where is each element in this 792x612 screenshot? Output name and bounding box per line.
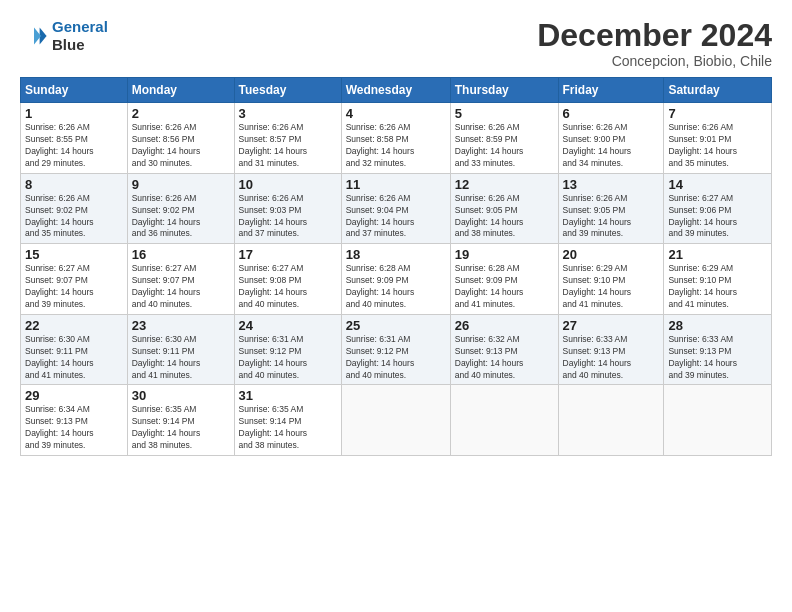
day-info: Sunrise: 6:30 AM Sunset: 9:11 PM Dayligh… [132, 334, 230, 382]
calendar-cell: 24Sunrise: 6:31 AM Sunset: 9:12 PM Dayli… [234, 314, 341, 385]
day-info: Sunrise: 6:26 AM Sunset: 8:55 PM Dayligh… [25, 122, 123, 170]
calendar-cell: 14Sunrise: 6:27 AM Sunset: 9:06 PM Dayli… [664, 173, 772, 244]
calendar-cell: 20Sunrise: 6:29 AM Sunset: 9:10 PM Dayli… [558, 244, 664, 315]
calendar-cell [664, 385, 772, 456]
day-info: Sunrise: 6:26 AM Sunset: 9:05 PM Dayligh… [563, 193, 660, 241]
calendar-cell: 29Sunrise: 6:34 AM Sunset: 9:13 PM Dayli… [21, 385, 128, 456]
day-number: 15 [25, 247, 123, 262]
day-number: 20 [563, 247, 660, 262]
calendar-cell: 1Sunrise: 6:26 AM Sunset: 8:55 PM Daylig… [21, 103, 128, 174]
calendar-cell: 23Sunrise: 6:30 AM Sunset: 9:11 PM Dayli… [127, 314, 234, 385]
calendar-table: SundayMondayTuesdayWednesdayThursdayFrid… [20, 77, 772, 456]
day-number: 12 [455, 177, 554, 192]
weekday-header-thursday: Thursday [450, 78, 558, 103]
calendar-cell: 6Sunrise: 6:26 AM Sunset: 9:00 PM Daylig… [558, 103, 664, 174]
weekday-header-monday: Monday [127, 78, 234, 103]
day-info: Sunrise: 6:27 AM Sunset: 9:07 PM Dayligh… [132, 263, 230, 311]
calendar-header-row: SundayMondayTuesdayWednesdayThursdayFrid… [21, 78, 772, 103]
header: General Blue December 2024 Concepcion, B… [20, 18, 772, 69]
page: General Blue December 2024 Concepcion, B… [0, 0, 792, 612]
day-info: Sunrise: 6:26 AM Sunset: 9:00 PM Dayligh… [563, 122, 660, 170]
calendar-cell: 17Sunrise: 6:27 AM Sunset: 9:08 PM Dayli… [234, 244, 341, 315]
day-info: Sunrise: 6:26 AM Sunset: 9:04 PM Dayligh… [346, 193, 446, 241]
calendar-week-2: 8Sunrise: 6:26 AM Sunset: 9:02 PM Daylig… [21, 173, 772, 244]
day-info: Sunrise: 6:27 AM Sunset: 9:08 PM Dayligh… [239, 263, 337, 311]
calendar-cell: 15Sunrise: 6:27 AM Sunset: 9:07 PM Dayli… [21, 244, 128, 315]
day-number: 28 [668, 318, 767, 333]
day-number: 25 [346, 318, 446, 333]
day-info: Sunrise: 6:26 AM Sunset: 8:57 PM Dayligh… [239, 122, 337, 170]
calendar-cell: 27Sunrise: 6:33 AM Sunset: 9:13 PM Dayli… [558, 314, 664, 385]
day-number: 2 [132, 106, 230, 121]
day-number: 31 [239, 388, 337, 403]
day-number: 30 [132, 388, 230, 403]
calendar-cell: 2Sunrise: 6:26 AM Sunset: 8:56 PM Daylig… [127, 103, 234, 174]
calendar-cell [558, 385, 664, 456]
day-info: Sunrise: 6:26 AM Sunset: 9:02 PM Dayligh… [25, 193, 123, 241]
calendar-cell: 21Sunrise: 6:29 AM Sunset: 9:10 PM Dayli… [664, 244, 772, 315]
calendar-cell: 3Sunrise: 6:26 AM Sunset: 8:57 PM Daylig… [234, 103, 341, 174]
calendar-cell: 9Sunrise: 6:26 AM Sunset: 9:02 PM Daylig… [127, 173, 234, 244]
calendar-cell: 22Sunrise: 6:30 AM Sunset: 9:11 PM Dayli… [21, 314, 128, 385]
logo: General Blue [20, 18, 108, 54]
calendar-cell: 10Sunrise: 6:26 AM Sunset: 9:03 PM Dayli… [234, 173, 341, 244]
calendar-week-1: 1Sunrise: 6:26 AM Sunset: 8:55 PM Daylig… [21, 103, 772, 174]
logo-icon [20, 22, 48, 50]
calendar-cell: 8Sunrise: 6:26 AM Sunset: 9:02 PM Daylig… [21, 173, 128, 244]
day-number: 3 [239, 106, 337, 121]
day-number: 6 [563, 106, 660, 121]
day-number: 8 [25, 177, 123, 192]
day-number: 11 [346, 177, 446, 192]
weekday-header-tuesday: Tuesday [234, 78, 341, 103]
day-number: 26 [455, 318, 554, 333]
day-info: Sunrise: 6:26 AM Sunset: 8:59 PM Dayligh… [455, 122, 554, 170]
calendar-cell: 25Sunrise: 6:31 AM Sunset: 9:12 PM Dayli… [341, 314, 450, 385]
calendar-cell: 12Sunrise: 6:26 AM Sunset: 9:05 PM Dayli… [450, 173, 558, 244]
day-number: 27 [563, 318, 660, 333]
day-info: Sunrise: 6:31 AM Sunset: 9:12 PM Dayligh… [346, 334, 446, 382]
location-subtitle: Concepcion, Biobio, Chile [537, 53, 772, 69]
day-info: Sunrise: 6:26 AM Sunset: 9:03 PM Dayligh… [239, 193, 337, 241]
calendar-week-4: 22Sunrise: 6:30 AM Sunset: 9:11 PM Dayli… [21, 314, 772, 385]
day-number: 10 [239, 177, 337, 192]
day-info: Sunrise: 6:28 AM Sunset: 9:09 PM Dayligh… [346, 263, 446, 311]
day-number: 24 [239, 318, 337, 333]
day-info: Sunrise: 6:28 AM Sunset: 9:09 PM Dayligh… [455, 263, 554, 311]
calendar-cell: 18Sunrise: 6:28 AM Sunset: 9:09 PM Dayli… [341, 244, 450, 315]
calendar-cell [450, 385, 558, 456]
day-number: 18 [346, 247, 446, 262]
weekday-header-saturday: Saturday [664, 78, 772, 103]
day-info: Sunrise: 6:33 AM Sunset: 9:13 PM Dayligh… [563, 334, 660, 382]
calendar-cell: 16Sunrise: 6:27 AM Sunset: 9:07 PM Dayli… [127, 244, 234, 315]
calendar-cell: 19Sunrise: 6:28 AM Sunset: 9:09 PM Dayli… [450, 244, 558, 315]
day-info: Sunrise: 6:26 AM Sunset: 8:56 PM Dayligh… [132, 122, 230, 170]
calendar-week-3: 15Sunrise: 6:27 AM Sunset: 9:07 PM Dayli… [21, 244, 772, 315]
calendar-cell [341, 385, 450, 456]
day-info: Sunrise: 6:35 AM Sunset: 9:14 PM Dayligh… [239, 404, 337, 452]
day-info: Sunrise: 6:26 AM Sunset: 9:05 PM Dayligh… [455, 193, 554, 241]
weekday-header-friday: Friday [558, 78, 664, 103]
day-number: 21 [668, 247, 767, 262]
month-title: December 2024 [537, 18, 772, 53]
day-number: 14 [668, 177, 767, 192]
day-number: 19 [455, 247, 554, 262]
day-info: Sunrise: 6:29 AM Sunset: 9:10 PM Dayligh… [668, 263, 767, 311]
calendar-cell: 11Sunrise: 6:26 AM Sunset: 9:04 PM Dayli… [341, 173, 450, 244]
day-info: Sunrise: 6:27 AM Sunset: 9:06 PM Dayligh… [668, 193, 767, 241]
day-number: 5 [455, 106, 554, 121]
weekday-header-sunday: Sunday [21, 78, 128, 103]
day-number: 13 [563, 177, 660, 192]
day-number: 22 [25, 318, 123, 333]
day-number: 1 [25, 106, 123, 121]
day-info: Sunrise: 6:34 AM Sunset: 9:13 PM Dayligh… [25, 404, 123, 452]
day-info: Sunrise: 6:26 AM Sunset: 9:02 PM Dayligh… [132, 193, 230, 241]
logo-text: General Blue [52, 18, 108, 54]
day-info: Sunrise: 6:30 AM Sunset: 9:11 PM Dayligh… [25, 334, 123, 382]
calendar-cell: 13Sunrise: 6:26 AM Sunset: 9:05 PM Dayli… [558, 173, 664, 244]
calendar-cell: 26Sunrise: 6:32 AM Sunset: 9:13 PM Dayli… [450, 314, 558, 385]
day-info: Sunrise: 6:27 AM Sunset: 9:07 PM Dayligh… [25, 263, 123, 311]
day-number: 17 [239, 247, 337, 262]
day-number: 4 [346, 106, 446, 121]
title-block: December 2024 Concepcion, Biobio, Chile [537, 18, 772, 69]
calendar-week-5: 29Sunrise: 6:34 AM Sunset: 9:13 PM Dayli… [21, 385, 772, 456]
